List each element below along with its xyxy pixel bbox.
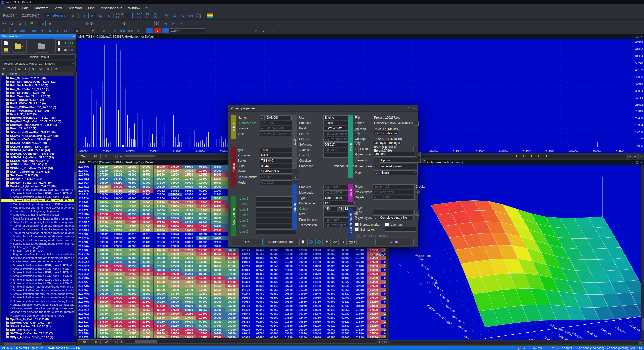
panel-close-icon[interactable]: ✕ bbox=[72, 35, 75, 38]
hex-cell[interactable]: 01980 bbox=[296, 264, 310, 268]
hex-cell[interactable]: 00860 bbox=[324, 292, 339, 296]
cancel-button[interactable]: Cancel bbox=[375, 239, 414, 245]
hex-cell[interactable]: 02540 bbox=[239, 272, 253, 276]
hex-cell[interactable]: 10250 bbox=[111, 280, 126, 284]
hex-cell[interactable]: 03080 bbox=[310, 320, 325, 324]
hex-cell[interactable]: 07500 bbox=[182, 185, 196, 189]
hex-cell[interactable]: 01880 bbox=[253, 256, 268, 260]
percent-button[interactable]: % bbox=[163, 13, 170, 18]
input-field[interactable]: Eprom bbox=[380, 158, 421, 163]
hex-address[interactable]: 210512 bbox=[77, 193, 94, 197]
input-field[interactable] bbox=[256, 196, 296, 201]
hex-address[interactable]: 2105EA bbox=[77, 228, 94, 232]
p-badge-icon[interactable]: P bbox=[162, 28, 169, 33]
hex-cell[interactable]: 11500 bbox=[111, 331, 126, 335]
map-folder[interactable]: SCRMon_Main: "5.4.0" (15) bbox=[1, 163, 75, 166]
history-arrow-button[interactable]: > bbox=[414, 210, 419, 215]
hex-cell[interactable]: 02400 bbox=[140, 196, 154, 200]
hex-cell[interactable]: 06250 bbox=[154, 300, 168, 304]
hex-cell[interactable]: 12250 bbox=[97, 328, 111, 332]
hex-cell[interactable]: 01460 bbox=[353, 324, 367, 328]
hex-cell[interactable]: 17500 bbox=[211, 248, 225, 252]
input-field[interactable]: e.g. WAUZZZ8E35A235 bbox=[260, 132, 292, 136]
hex-cell[interactable]: 03400 bbox=[211, 244, 225, 248]
hex-cell[interactable]: 17500 bbox=[182, 224, 196, 228]
hex-cell[interactable]: 06250 bbox=[111, 181, 126, 185]
hex-cell[interactable]: 09000 bbox=[125, 173, 140, 177]
map-folder[interactable]: Rail_TempLim: "P_14.2.3" (7) bbox=[1, 94, 75, 98]
hex-cell[interactable]: 00240 bbox=[239, 292, 253, 296]
hex-cell[interactable]: 06500 bbox=[140, 212, 154, 216]
hex-cell[interactable]: 13750 bbox=[211, 208, 225, 212]
hex-cell[interactable]: 01560 bbox=[296, 280, 310, 284]
hex-cell[interactable]: 13250 bbox=[168, 169, 182, 173]
binoculars-icon[interactable]: ◉◉ bbox=[119, 28, 126, 33]
hex-cell[interactable]: 03200 bbox=[196, 196, 211, 200]
hex-cell[interactable]: 01800 bbox=[97, 196, 111, 200]
hex-cell[interactable]: 15250 bbox=[140, 308, 154, 312]
hex-cell[interactable]: 02480 bbox=[282, 288, 296, 292]
hex-cell[interactable]: 03200 bbox=[196, 244, 211, 248]
hex-cell[interactable]: 00014 bbox=[168, 189, 182, 193]
hex-cell[interactable]: 13250 bbox=[140, 276, 154, 280]
hex-cell[interactable]: 00980 bbox=[296, 304, 310, 308]
hex-cell[interactable]: 10250 bbox=[154, 288, 168, 292]
hex-cell[interactable]: 01440 bbox=[324, 268, 339, 272]
hex-cell[interactable]: 03000 bbox=[182, 244, 196, 248]
map-folder[interactable]: SCRAd_Adapt: "5.5.0" (39) bbox=[1, 141, 75, 145]
hex-cell[interactable]: 06250 bbox=[140, 185, 154, 189]
hex-cell[interactable]: 15000 bbox=[367, 256, 381, 260]
hex-cell[interactable]: 06500 bbox=[225, 312, 239, 316]
hex-cell[interactable]: 11500 bbox=[140, 316, 154, 320]
hex-cell[interactable]: 00020 bbox=[324, 324, 339, 328]
hex-address[interactable]: 210782 bbox=[77, 296, 94, 300]
hex-cell[interactable]: 15000 bbox=[196, 204, 211, 208]
map-folder[interactable]: Rail_SetPSubs: "P_9.2.1" (8) bbox=[1, 87, 75, 91]
hex-cell[interactable]: 02800 bbox=[282, 272, 296, 276]
scroll-left-icon[interactable]: ◀ bbox=[118, 154, 123, 159]
map-folder[interactable]: SmkLim_InjMassLim: "5.4.0" (36) bbox=[1, 184, 75, 188]
hex-cell[interactable]: 12250 bbox=[125, 276, 140, 280]
hex-cell[interactable]: 02420 bbox=[267, 260, 282, 264]
input-field[interactable] bbox=[256, 213, 296, 217]
hex-cell[interactable]: 07000 bbox=[97, 256, 111, 260]
hex-cell[interactable]: 03200 bbox=[353, 252, 367, 256]
hex-cell[interactable]: 10000 bbox=[168, 256, 182, 260]
hex-cell[interactable]: 17250 bbox=[196, 335, 211, 338]
hex-cell[interactable]: 09000 bbox=[154, 292, 168, 296]
map-folder[interactable]: Rail_SetPointAddCor: "5.1.0" (20) bbox=[1, 80, 75, 83]
map-folder[interactable]: RailP_DDCo: "5.4.0" (12) bbox=[1, 98, 75, 102]
hex-cell[interactable]: 02150 bbox=[211, 240, 225, 244]
hex-cell[interactable]: 08750 bbox=[125, 288, 140, 292]
hex-cell[interactable]: 14000 bbox=[182, 280, 196, 284]
hex-cell[interactable]: 02920 bbox=[253, 284, 268, 288]
hex-cell[interactable]: 17500 bbox=[97, 296, 111, 300]
hex-cell[interactable]: 07000 bbox=[111, 292, 126, 296]
byteorder-button[interactable]: LO HI HI LO bbox=[115, 13, 125, 18]
hex-cell[interactable]: 17500 bbox=[196, 316, 211, 320]
hex-cell[interactable]: 00100 bbox=[339, 276, 353, 280]
hex-cell[interactable]: 06250 bbox=[154, 320, 168, 324]
map-item[interactable]: ✳Smoke limitation without EGR, base 2, E… bbox=[1, 278, 75, 281]
hex-cell[interactable]: 15000 bbox=[367, 328, 381, 332]
map-item[interactable]: ✳Smoke limitation quantity increase duri… bbox=[1, 292, 75, 296]
hex-cell[interactable]: 12750 bbox=[125, 224, 140, 228]
hex-cell[interactable]: 00360 bbox=[339, 268, 353, 272]
hex-cell[interactable]: 01600 bbox=[111, 236, 126, 240]
hex-cell[interactable]: 12750 bbox=[225, 292, 239, 296]
hex-cell[interactable]: 17500 bbox=[196, 312, 211, 316]
hex-cell[interactable]: 02200 bbox=[125, 196, 140, 200]
hex-cell[interactable]: 01360 bbox=[310, 316, 325, 320]
hex-cell[interactable]: 12500 bbox=[168, 204, 182, 208]
input-field[interactable]: Complete binary file bbox=[379, 215, 414, 220]
input-field[interactable] bbox=[256, 218, 296, 223]
hex-cell[interactable]: 17500 bbox=[196, 169, 211, 173]
bits-16-button[interactable]: 16 bbox=[88, 13, 96, 18]
hex-cell[interactable]: 00400 bbox=[239, 284, 253, 288]
hex-cell[interactable]: 06500 bbox=[211, 328, 225, 332]
hex-cell[interactable]: 02240 bbox=[339, 264, 353, 268]
hex-cell[interactable]: 12250 bbox=[97, 189, 111, 193]
map-item[interactable]: ✳Smoke limitation without EGR, base 2, E… bbox=[1, 274, 75, 278]
hex-cell[interactable]: 15250 bbox=[97, 268, 111, 272]
hex-cell[interactable]: 06500 bbox=[97, 292, 111, 296]
